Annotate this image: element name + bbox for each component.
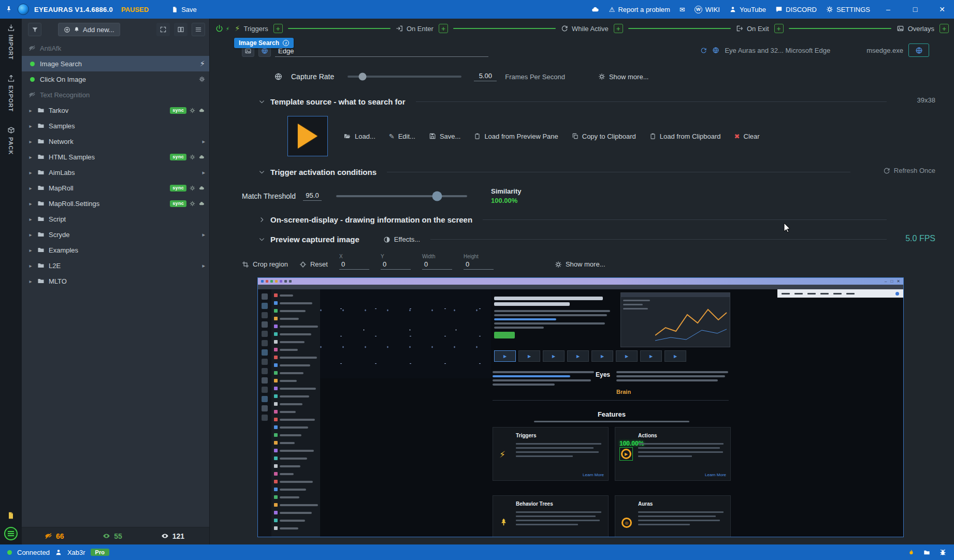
window-title-input[interactable]: Edge — [275, 47, 488, 57]
activation-section-header[interactable]: Trigger activation conditions — [258, 168, 850, 176]
add-while-active-action-button[interactable]: + — [614, 24, 623, 33]
discord-button[interactable]: DISCORD — [775, 6, 817, 13]
maximize-button[interactable]: □ — [906, 0, 924, 19]
tree-folder-script[interactable]: ▸ Script — [22, 211, 209, 227]
notes-file-icon[interactable] — [7, 511, 15, 520]
add-on-exit-action-button[interactable]: + — [774, 24, 784, 33]
template-section-header[interactable]: Template source - what to search for — [258, 97, 887, 106]
match-threshold-value[interactable]: 95.0 — [303, 191, 322, 201]
tree-folder-maproll[interactable]: ▸ MapRoll sync — [22, 180, 209, 196]
chevron-right-icon[interactable]: ▸ — [28, 247, 33, 253]
pv-website: ▶▶▶▶▶▶▶▶ Eyes Brain Features — [320, 289, 903, 537]
chevron-right-icon[interactable]: ▸ — [28, 154, 33, 160]
add-new-button[interactable]: Add new... — [58, 23, 120, 36]
preview-section-header[interactable]: Preview captured image Effects... — [258, 235, 887, 244]
tree-folder-mlto[interactable]: ▸ MLTO — [22, 273, 209, 289]
chevron-right-icon[interactable]: ▸ — [28, 263, 33, 269]
add-trigger-button[interactable]: + — [273, 24, 283, 33]
crop-reset-button[interactable]: Reset — [299, 260, 328, 270]
template-save-button[interactable]: Save... — [429, 132, 460, 140]
match-threshold-slider[interactable] — [336, 195, 467, 197]
chevron-right-icon[interactable]: ▸ — [28, 123, 33, 129]
template-edit-button[interactable]: ✎ Edit... — [389, 132, 415, 140]
tree-folder-scryde[interactable]: ▸ Scryde ▸ — [22, 227, 209, 242]
effects-button[interactable]: Effects... — [383, 235, 420, 243]
preview-show-more-button[interactable]: Show more... — [555, 260, 605, 270]
settings-button[interactable]: SETTINGS — [826, 6, 870, 13]
pack-button[interactable]: PACK — [7, 126, 15, 155]
close-button[interactable]: ✕ — [933, 0, 951, 19]
add-overlay-button[interactable]: + — [939, 24, 949, 33]
changelog-icon[interactable] — [4, 527, 18, 540]
refresh-window-icon[interactable] — [700, 47, 707, 54]
tree-item-antiafk[interactable]: AntiAfk — [22, 40, 209, 56]
refresh-once-button[interactable]: Refresh Once — [883, 167, 935, 174]
pin-icon[interactable] — [5, 6, 12, 13]
cloud-sync-icon[interactable] — [591, 6, 600, 13]
capture-rate-value[interactable]: 5.00 — [474, 72, 497, 81]
chevron-right-icon[interactable]: ▸ — [28, 139, 33, 144]
template-load-button[interactable]: Load... — [343, 132, 375, 140]
expand-all-button[interactable] — [156, 23, 170, 36]
flame-icon[interactable] — [908, 549, 915, 556]
chevron-right-icon[interactable]: ▸ — [28, 232, 33, 238]
add-on-enter-action-button[interactable]: + — [439, 24, 448, 33]
slider-handle[interactable] — [432, 191, 442, 201]
crop-width-field[interactable]: Width 0 — [422, 254, 452, 270]
load-from-preview-button[interactable]: Load from Preview Pane — [474, 132, 558, 140]
tree-item-click-on-image[interactable]: Click On Image — [22, 71, 209, 87]
tree-menu-button[interactable] — [192, 23, 205, 36]
info-icon[interactable]: i — [283, 40, 289, 46]
youtube-button[interactable]: YouTube — [729, 6, 766, 13]
filter-button[interactable] — [28, 23, 41, 36]
pv-video-thumb: ▶ — [664, 350, 686, 362]
tree-folder-tarkov[interactable]: ▸ Tarkov sync — [22, 102, 209, 118]
tree-folder-maproll-settings[interactable]: ▸ MapRoll.Settings sync — [22, 196, 209, 211]
crop-x-field[interactable]: X 0 — [339, 254, 369, 270]
import-button[interactable]: IMPORT — [7, 24, 15, 60]
half-circle-icon — [383, 236, 391, 243]
template-image-preview[interactable] — [287, 116, 328, 156]
window-select-button[interactable] — [908, 43, 929, 57]
bug-icon[interactable] — [939, 549, 947, 556]
wiki-button[interactable]: W WIKI — [695, 6, 720, 13]
pv-tab-favicon — [274, 394, 278, 398]
chevron-right-icon[interactable]: ▸ — [28, 201, 33, 207]
capture-rate-slider[interactable] — [348, 76, 461, 78]
save-button[interactable]: Save — [171, 6, 197, 13]
chevron-right-icon[interactable]: ▸ — [28, 170, 33, 175]
crop-region-button[interactable]: Crop region — [242, 260, 288, 270]
tree-folder-network[interactable]: ▸ Network ▸ — [22, 134, 209, 149]
report-problem-button[interactable]: ⚠ Report a problem — [609, 6, 670, 13]
copy-to-clipboard-button[interactable]: Copy to Clipboard — [572, 132, 636, 140]
chevron-right-icon[interactable]: ▸ — [28, 185, 33, 191]
capture-show-more-button[interactable]: Show more... — [598, 73, 649, 81]
tree-folder-html-samples[interactable]: ▸ HTML Samples sync — [22, 149, 209, 165]
tree-folder-l2e[interactable]: ▸ L2E ▸ — [22, 258, 209, 273]
crop-height-field[interactable]: Height 0 — [464, 254, 494, 270]
chevron-right-icon[interactable]: ▸ — [28, 216, 33, 222]
tree-item-text-recognition[interactable]: Text Recognition — [22, 87, 209, 102]
tree-item-image-search[interactable]: Image Search ⚡ — [22, 56, 209, 71]
tree-folder-aimlabs[interactable]: ▸ AimLabs ▸ — [22, 165, 209, 180]
pv-rail-icon — [262, 331, 268, 337]
split-view-button[interactable] — [174, 23, 187, 36]
tree-folder-samples[interactable]: ▸ Samples — [22, 118, 209, 134]
active-trigger-tab[interactable]: Image Search i — [234, 38, 294, 48]
crop-y-field[interactable]: Y 0 — [381, 254, 411, 270]
load-from-clipboard-button[interactable]: Load from Clipboard — [649, 132, 721, 140]
aura-enable-toggle[interactable]: ⚡ — [215, 24, 229, 33]
folder-icon[interactable] — [923, 549, 931, 556]
template-clear-button[interactable]: ✖ Clear — [734, 132, 760, 140]
tree-folder-examples[interactable]: ▸ Examples — [22, 242, 209, 258]
pv-tab-row — [274, 462, 318, 470]
slider-handle[interactable] — [358, 73, 366, 81]
mail-icon[interactable]: ✉ — [680, 6, 685, 13]
minimize-button[interactable]: – — [879, 0, 897, 19]
chevron-right-icon[interactable]: ▸ — [28, 108, 33, 113]
captured-image-preview[interactable]: –□✕ — [257, 277, 904, 537]
export-button[interactable]: EXPORT — [7, 75, 15, 112]
chevron-right-icon[interactable]: ▸ — [28, 278, 33, 284]
pv-browser-toolbar — [258, 285, 903, 289]
pv-tab-row — [274, 470, 318, 478]
